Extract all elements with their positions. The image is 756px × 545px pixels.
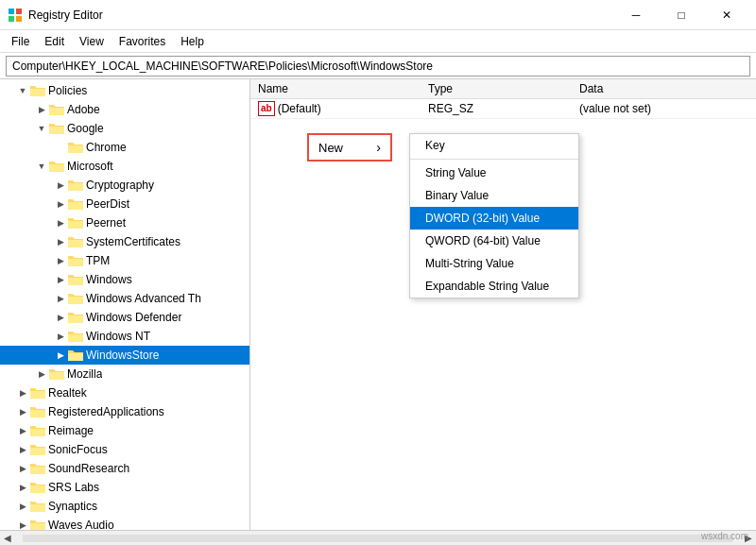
window-title: Registry Editor [28, 9, 103, 22]
expand-arrow-synaptics: ▶ [15, 502, 30, 511]
tree-item-wavesaudio[interactable]: ▶ Waves Audio [0, 516, 249, 530]
folder-icon-srslabs [30, 481, 45, 494]
folder-icon-wavesaudio [30, 519, 45, 530]
new-menu-container: New › Key String Value Binary Value DWOR… [307, 133, 756, 162]
row-data-default: (value not set) [572, 99, 756, 119]
expand-arrow-cryptography: ▶ [53, 180, 68, 190]
new-button-arrow: › [376, 140, 381, 155]
folder-icon-synaptics [30, 500, 45, 513]
tree-item-windowsdefender[interactable]: ▶ Windows Defender [0, 308, 249, 327]
new-button[interactable]: New › [307, 133, 392, 162]
tree-label-peerdist: PeerDist [86, 197, 129, 211]
bottom-scroll: ◀ ▶ [0, 530, 756, 545]
tree-item-synaptics[interactable]: ▶ Synaptics [0, 497, 249, 516]
expand-arrow-peerdist: ▶ [53, 199, 68, 209]
tree-item-adobe[interactable]: ▶ Adobe [0, 100, 249, 119]
tree-label-mozilla: Mozilla [67, 367, 102, 381]
folder-icon-policies [30, 84, 45, 97]
submenu-item-key[interactable]: Key [410, 134, 578, 157]
tree-label-chrome: Chrome [86, 141, 127, 154]
submenu-item-qword-value[interactable]: QWORD (64-bit) Value [410, 230, 578, 252]
submenu-item-dword-value[interactable]: DWORD (32-bit) Value [410, 207, 578, 230]
tree-item-microsoft[interactable]: ▼ Microsoft [0, 157, 249, 176]
submenu: Key String Value Binary Value DWORD (32-… [409, 133, 579, 298]
tree-item-peernet[interactable]: ▶ Peernet [0, 213, 249, 232]
folder-icon-reimage [30, 424, 45, 437]
row-type-default: REG_SZ [421, 99, 572, 119]
submenu-item-string-value[interactable]: String Value [410, 162, 578, 184]
tree-label-windowsnt: Windows NT [86, 330, 150, 343]
expand-arrow-windowsadvanced: ▶ [53, 294, 68, 303]
tree-item-tpm[interactable]: ▶ TPM [0, 251, 249, 270]
tree-label-windowsstore: WindowsStore [86, 349, 159, 362]
tree-item-windows[interactable]: ▶ Windows [0, 270, 249, 289]
tree-label-soundresearch: SoundResearch [48, 462, 129, 475]
tree-item-reimage[interactable]: ▶ Reimage [0, 421, 249, 440]
expand-arrow-reimage: ▶ [15, 426, 30, 435]
tree-label-reimage: Reimage [48, 424, 94, 437]
row-name-default: ab (Default) [250, 99, 421, 119]
tree-label-realtek: Realtek [48, 386, 87, 400]
menu-file[interactable]: File [4, 33, 37, 50]
table-row-default[interactable]: ab (Default) REG_SZ (value not set) [250, 99, 756, 119]
expand-arrow-windows: ▶ [53, 275, 68, 284]
tree-label-sonicfocus: SonicFocus [48, 443, 108, 456]
expand-arrow-mozilla: ▶ [34, 369, 49, 379]
submenu-item-multistring-value[interactable]: Multi-String Value [410, 252, 578, 275]
tree-item-windowsstore[interactable]: ▶ WindowsStore [0, 346, 249, 365]
close-button[interactable]: ✕ [705, 6, 748, 25]
tree-label-policies: Policies [48, 84, 87, 97]
tree-item-windowsadvanced[interactable]: ▶ Windows Advanced Th [0, 289, 249, 308]
menu-view[interactable]: View [72, 33, 112, 50]
expand-arrow-systemcertificates: ▶ [53, 237, 68, 247]
app-icon [8, 8, 23, 23]
minimize-button[interactable]: ─ [614, 6, 658, 25]
tree-label-microsoft: Microsoft [67, 160, 113, 173]
registry-table: Name Type Data ab (Default) REG_SZ (valu… [250, 79, 756, 119]
title-bar-left: Registry Editor [8, 8, 103, 23]
col-type: Type [421, 79, 572, 99]
folder-icon-cryptography [68, 179, 83, 192]
tree-panel[interactable]: ▼ Policies ▶ Adobe ▼ Google [0, 79, 250, 530]
submenu-item-binary-value[interactable]: Binary Value [410, 184, 578, 207]
maximize-button[interactable]: □ [660, 6, 703, 25]
tree-label-adobe: Adobe [67, 103, 100, 116]
tree-label-windowsdefender: Windows Defender [86, 311, 181, 324]
folder-icon-windowsnt [68, 330, 83, 343]
scroll-left-arrow[interactable]: ◀ [0, 533, 15, 543]
folder-icon-mozilla [49, 367, 64, 381]
expand-arrow-windowsstore: ▶ [53, 350, 68, 360]
tree-item-srslabs[interactable]: ▶ SRS Labs [0, 478, 249, 497]
folder-icon-soundresearch [30, 462, 45, 475]
menu-favorites[interactable]: Favorites [112, 33, 173, 50]
tree-item-policies[interactable]: ▼ Policies [0, 81, 249, 100]
menu-help[interactable]: Help [173, 33, 212, 50]
tree-label-tpm: TPM [86, 254, 110, 267]
tree-item-windowsnt[interactable]: ▶ Windows NT [0, 327, 249, 346]
folder-icon-windowsdefender [68, 311, 83, 324]
folder-icon-tpm [68, 254, 83, 267]
tree-item-cryptography[interactable]: ▶ Cryptography [0, 176, 249, 195]
expand-arrow-wavesaudio: ▶ [15, 520, 30, 530]
expand-arrow-peernet: ▶ [53, 218, 68, 228]
tree-label-cryptography: Cryptography [86, 179, 154, 192]
tree-item-systemcertificates[interactable]: ▶ SystemCertificates [0, 232, 249, 251]
address-input[interactable] [6, 56, 750, 77]
scroll-track[interactable] [23, 535, 733, 542]
submenu-separator-1 [410, 159, 578, 160]
tree-label-registeredapplications: RegisteredApplications [48, 405, 164, 418]
folder-icon-peernet [68, 216, 83, 230]
tree-item-google[interactable]: ▼ Google [0, 119, 249, 138]
tree-item-chrome[interactable]: ▶ Chrome [0, 138, 249, 157]
tree-item-peerdist[interactable]: ▶ PeerDist [0, 195, 249, 213]
tree-item-sonicfocus[interactable]: ▶ SonicFocus [0, 440, 249, 459]
submenu-item-expandable-string-value[interactable]: Expandable String Value [410, 275, 578, 298]
menu-edit[interactable]: Edit [37, 33, 72, 50]
tree-item-registeredapplications[interactable]: ▶ RegisteredApplications [0, 402, 249, 421]
tree-item-mozilla[interactable]: ▶ Mozilla [0, 365, 249, 383]
tree-item-realtek[interactable]: ▶ Realtek [0, 383, 249, 402]
tree-item-soundresearch[interactable]: ▶ SoundResearch [0, 459, 249, 478]
title-bar: Registry Editor ─ □ ✕ [0, 0, 756, 30]
tree-label-systemcertificates: SystemCertificates [86, 235, 180, 248]
tree-label-google: Google [67, 122, 104, 135]
